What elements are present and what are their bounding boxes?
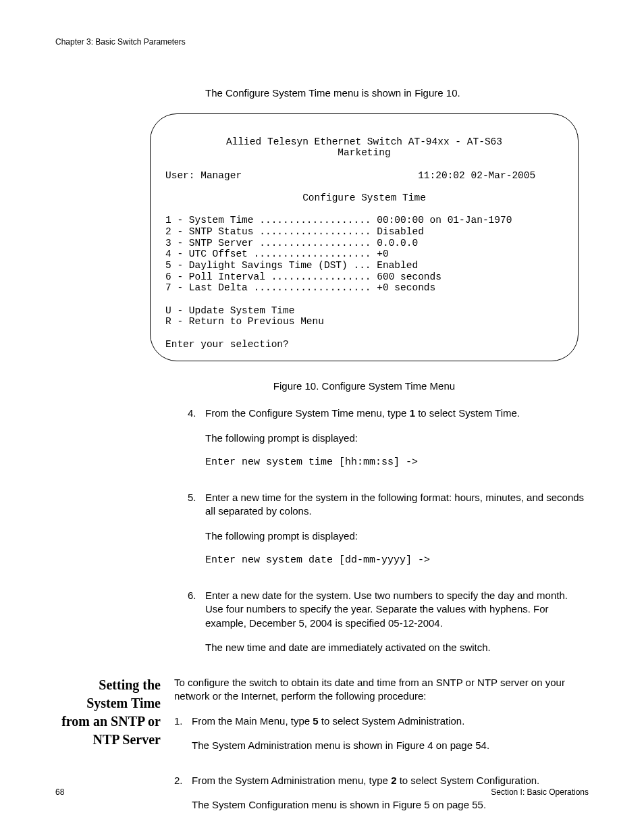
step-text: From the Configure System Time menu, typ… xyxy=(205,407,587,420)
step-text: From the System Administration menu, typ… xyxy=(192,774,589,787)
terminal-item: 7 - Last Delta .................... +0 s… xyxy=(165,282,563,294)
terminal-item: 6 - Poll Interval ................. 600 … xyxy=(165,271,563,283)
step-text: The following prompt is displayed: xyxy=(205,432,587,445)
page-number: 68 xyxy=(55,787,64,797)
side-section: Setting the System Time from an SNTP or … xyxy=(55,676,589,834)
section-label: Section I: Basic Operations xyxy=(491,787,589,797)
terminal-title-1: Allied Telesyn Ethernet Switch AT-94xx -… xyxy=(165,136,563,148)
terminal-item: 5 - Daylight Savings Time (DST) ... Enab… xyxy=(165,260,563,271)
figure-caption: Figure 10. Configure System Time Menu xyxy=(150,380,579,392)
step-list-upper: 4. From the Configure System Time menu, … xyxy=(188,407,587,665)
document-page: Chapter 3: Basic Switch Parameters The C… xyxy=(0,0,644,834)
side-heading: Setting the System Time from an SNTP or … xyxy=(55,676,174,834)
terminal-item: 4 - UTC Offset .................... +0 xyxy=(165,249,563,260)
terminal-menu-title: Configure System Time xyxy=(165,192,563,204)
terminal-u-option: U - Update System Time xyxy=(165,305,563,317)
terminal-prompt: Enter your selection? xyxy=(165,339,563,350)
terminal-item: 3 - SNTP Server ................... 0.0.… xyxy=(165,238,563,249)
terminal-r-option: R - Return to Previous Menu xyxy=(165,316,563,328)
step-6: 6. Enter a new date for the system. Use … xyxy=(188,589,587,665)
step-text: Enter a new date for the system. Use two… xyxy=(205,589,587,630)
terminal-item: 1 - System Time ................... 00:0… xyxy=(165,215,563,226)
step-mono: Enter new system time [hh:mm:ss] -> xyxy=(205,456,587,469)
terminal-user-line: User: Manager 11:20:02 02-Mar-2005 xyxy=(165,170,563,182)
step-text: The following prompt is displayed: xyxy=(205,529,587,543)
step-text: The new time and date are immediately ac… xyxy=(205,641,587,654)
step-number: 4. xyxy=(188,407,205,480)
terminal-title-2: Marketing xyxy=(165,147,563,159)
page-footer: 68 Section I: Basic Operations xyxy=(55,787,589,797)
step-5: 5. Enter a new time for the system in th… xyxy=(188,491,587,578)
chapter-header: Chapter 3: Basic Switch Parameters xyxy=(55,37,589,47)
step-text: Enter a new time for the system in the f… xyxy=(205,491,587,519)
step-number: 6. xyxy=(188,589,205,665)
server-step-1: 1. From the Main Menu, type 5 to select … xyxy=(174,714,589,764)
step-text: The System Configuration menu is shown i… xyxy=(192,798,589,812)
step-number: 2. xyxy=(174,774,192,823)
step-number: 5. xyxy=(188,491,205,578)
step-text: The System Administration menu is shown … xyxy=(192,739,589,752)
step-text: From the Main Menu, type 5 to select Sys… xyxy=(192,714,589,728)
terminal-screen: Allied Telesyn Ethernet Switch AT-94xx -… xyxy=(150,113,579,361)
server-step-2: 2. From the System Administration menu, … xyxy=(174,774,589,823)
intro-text: The Configure System Time menu is shown … xyxy=(205,87,589,99)
step-number: 1. xyxy=(174,714,192,764)
step-4: 4. From the Configure System Time menu, … xyxy=(188,407,587,480)
side-intro: To configure the switch to obtain its da… xyxy=(174,676,589,704)
step-mono: Enter new system date [dd-mm-yyyy] -> xyxy=(205,554,587,567)
terminal-item: 2 - SNTP Status ................... Disa… xyxy=(165,226,563,238)
